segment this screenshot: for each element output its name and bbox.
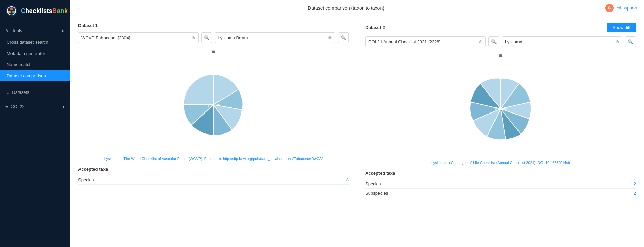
panel1-species-count: 8 xyxy=(346,177,349,182)
hamburger-menu-icon[interactable]: ≡ xyxy=(77,5,80,11)
panel1-species-label: Species xyxy=(78,177,94,182)
main: ≡ Dataset comparison (taxon to taxon) C … xyxy=(70,0,644,247)
panel1-donut-chart: Lysiloma xyxy=(166,57,261,152)
user-name: coi-support xyxy=(616,5,637,11)
name-match-label: Name match xyxy=(7,62,32,67)
panel2-chart-menu-icon[interactable]: ≡ xyxy=(499,53,502,59)
panel1-dataset-search-button[interactable]: 🔍 xyxy=(201,32,212,43)
user-menu[interactable]: C coi-support xyxy=(605,4,637,12)
datasets-section: ○ Datasets xyxy=(0,84,70,101)
panel1-taxon-search-button[interactable]: 🔍 xyxy=(338,32,349,43)
panel1-chart-caption: Lysiloma in The World Checklist of Vascu… xyxy=(78,156,349,161)
metadata-generator-label: Metadata generator xyxy=(7,51,45,56)
panel2-chart-menu: ≡ xyxy=(365,53,636,59)
panel2-taxon-search-button[interactable]: 🔍 xyxy=(625,36,636,47)
panel1-dataset-input[interactable] xyxy=(81,35,190,40)
svg-text:Lysiloma: Lysiloma xyxy=(493,107,509,111)
panel2-title: Dataset 2 xyxy=(365,25,385,30)
panel2-taxon-search-icon: 🔍 xyxy=(628,39,634,44)
panel1-accepted-taxa-title: Accepted taxa xyxy=(78,167,349,172)
datasets-icon: ○ xyxy=(7,90,9,95)
comparison-area: Dataset 1 ⊗ 🔍 ⊗ 🔍 xyxy=(70,16,644,247)
panel2-chart: Lysiloma xyxy=(365,61,636,156)
dataset-comparison-label: Dataset comparison xyxy=(7,73,46,78)
top-header: ≡ Dataset comparison (taxon to taxon) C … xyxy=(70,0,644,16)
panel1-chart: Lysiloma xyxy=(78,57,349,152)
sidebar-item-name-match[interactable]: Name match xyxy=(0,59,70,70)
cross-dataset-search-label: Cross dataset search xyxy=(7,40,48,45)
panel2-header: Dataset 2 Show diff xyxy=(365,23,636,32)
sidebar: ChecklistsBank ✎ Tools ▲ Cross dataset s… xyxy=(0,0,70,247)
panel1-accepted-taxa: Accepted taxa Species 8 xyxy=(78,167,349,185)
datasets-label: Datasets xyxy=(12,90,29,95)
panel1-taxon-clear-icon[interactable]: ⊗ xyxy=(328,35,332,40)
panel2-taxon-input[interactable] xyxy=(505,39,614,44)
user-avatar: C xyxy=(605,4,614,12)
panel1-dataset-input-wrap: ⊗ xyxy=(78,32,199,43)
panel1-dataset-search-icon: 🔍 xyxy=(204,35,210,40)
col22-icon: ≡ xyxy=(5,104,8,109)
sidebar-item-metadata-generator[interactable]: Metadata generator xyxy=(0,48,70,59)
panel2-subspecies-label: Subspecies xyxy=(365,191,388,196)
sidebar-item-col22[interactable]: ≡ COL22 ▾ xyxy=(0,101,70,112)
tools-icon: ✎ xyxy=(5,28,9,33)
panel2-taxon-clear-icon[interactable]: ⊗ xyxy=(615,39,619,44)
panel2-subspecies-count: 2 xyxy=(634,191,636,196)
panel1-taxa-row-species: Species 8 xyxy=(78,175,349,185)
panel2-chart-caption: Lysiloma in Catalogue of Life Checklist … xyxy=(365,160,636,165)
svg-point-2 xyxy=(10,7,13,10)
svg-point-3 xyxy=(12,11,15,13)
panel2-taxa-row-subspecies: Subspecies 2 xyxy=(365,189,636,198)
content-area: Dataset 1 ⊗ 🔍 ⊗ 🔍 xyxy=(70,16,644,247)
panel2-species-count: 12 xyxy=(631,181,636,186)
col22-arrow: ▾ xyxy=(62,104,65,109)
panel1-title: Dataset 1 xyxy=(78,23,98,28)
tools-section-header[interactable]: ✎ Tools ▲ xyxy=(0,25,70,37)
panel2-accepted-taxa: Accepted taxa Species 12 Subspecies 2 xyxy=(365,171,636,198)
panel2-dataset-clear-icon[interactable]: ⊗ xyxy=(479,39,483,44)
tools-label: Tools xyxy=(12,28,22,33)
panel2-dataset-input-wrap: ⊗ xyxy=(365,36,486,47)
panel2-accepted-taxa-title: Accepted taxa xyxy=(365,171,636,176)
svg-point-4 xyxy=(8,11,11,13)
logo-icon xyxy=(5,5,18,17)
panel1-taxon-input-wrap: ⊗ xyxy=(215,32,335,43)
col22-label: COL22 xyxy=(11,104,25,109)
sidebar-item-dataset-comparison[interactable]: Dataset comparison xyxy=(0,70,70,81)
sidebar-item-datasets[interactable]: ○ Datasets xyxy=(0,87,70,98)
logo: ChecklistsBank xyxy=(0,0,70,22)
dataset-2-panel: Dataset 2 Show diff ⊗ 🔍 ⊗ xyxy=(357,16,644,247)
panel2-taxa-row-species: Species 12 xyxy=(365,179,636,189)
sidebar-item-cross-dataset-search[interactable]: Cross dataset search xyxy=(0,37,70,48)
panel1-header: Dataset 1 xyxy=(78,23,349,28)
panel1-taxon-input[interactable] xyxy=(218,35,327,40)
dataset-1-panel: Dataset 1 ⊗ 🔍 ⊗ 🔍 xyxy=(70,16,357,247)
panel2-search-row: ⊗ 🔍 ⊗ 🔍 xyxy=(365,36,636,47)
tools-section: ✎ Tools ▲ Cross dataset search Metadata … xyxy=(0,22,70,84)
page-title: Dataset comparison (taxon to taxon) xyxy=(87,5,605,11)
panel1-chart-menu: ≡ xyxy=(78,48,349,55)
panel2-species-label: Species xyxy=(365,181,381,186)
panel1-chart-menu-icon[interactable]: ≡ xyxy=(212,48,215,55)
svg-text:Lysiloma: Lysiloma xyxy=(206,103,222,107)
panel1-taxon-search-icon: 🔍 xyxy=(341,35,346,40)
panel2-dataset-search-button[interactable]: 🔍 xyxy=(488,36,499,47)
panel2-donut-chart: Lysiloma xyxy=(453,61,548,156)
panel2-dataset-search-icon: 🔍 xyxy=(491,39,497,44)
tools-collapse-icon: ▲ xyxy=(60,28,65,33)
panel2-dataset-input[interactable] xyxy=(368,39,477,44)
show-diff-button[interactable]: Show diff xyxy=(607,23,636,32)
panel1-dataset-clear-icon[interactable]: ⊗ xyxy=(191,35,196,40)
logo-text: ChecklistsBank xyxy=(21,7,68,15)
panel1-search-row: ⊗ 🔍 ⊗ 🔍 xyxy=(78,32,349,43)
panel2-taxon-input-wrap: ⊗ xyxy=(502,36,622,47)
